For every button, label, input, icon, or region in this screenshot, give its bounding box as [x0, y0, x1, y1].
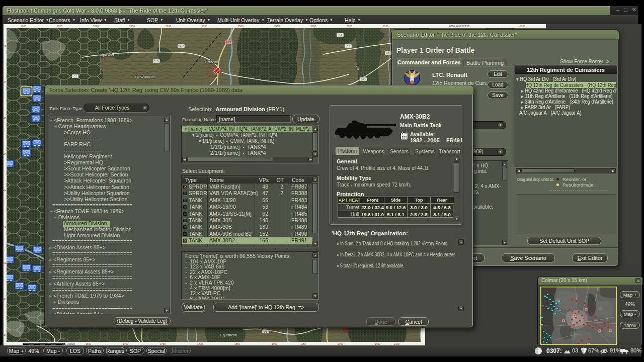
- svg-text:Bebleinheim: Bebleinheim: [135, 75, 155, 79]
- svg-text:D3: D3: [347, 45, 350, 48]
- svg-text:D2: D2: [73, 75, 77, 78]
- svg-text:Riquewihr: Riquewihr: [99, 53, 115, 57]
- svg-text:D45: D45: [361, 78, 365, 81]
- svg-text:D10: D10: [386, 52, 390, 55]
- svg-text:D1: D1: [264, 330, 267, 333]
- svg-text:Eguisheim: Eguisheim: [220, 333, 237, 337]
- svg-text:Ostheim: Ostheim: [205, 60, 218, 64]
- svg-text:D4: D4: [339, 34, 342, 37]
- svg-text:N83: N83: [226, 41, 231, 44]
- svg-text:D416: D416: [178, 45, 184, 48]
- svg-text:D106: D106: [153, 60, 159, 63]
